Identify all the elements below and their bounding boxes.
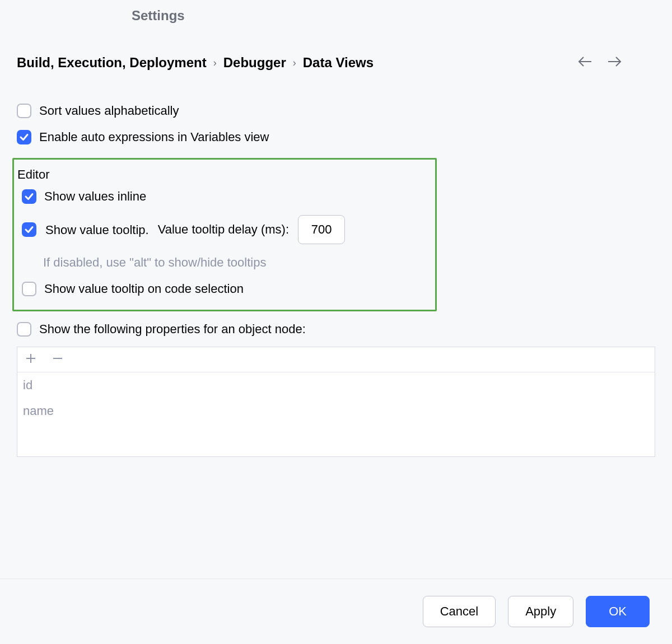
breadcrumb: Build, Execution, Deployment › Debugger … (17, 55, 374, 71)
show-object-properties-checkbox[interactable] (17, 322, 31, 337)
apply-button[interactable]: Apply (508, 596, 573, 627)
tooltip-delay-label: Value tooltip delay (ms): (158, 222, 289, 237)
breadcrumb-leaf: Data Views (303, 55, 374, 71)
remove-property-button[interactable] (52, 353, 63, 366)
dialog-title: Settings (132, 8, 185, 23)
forward-arrow-icon[interactable] (607, 56, 622, 69)
title-bar: Settings (0, 0, 672, 28)
auto-expressions-checkbox[interactable] (17, 130, 31, 144)
tooltip-on-selection-checkbox[interactable] (22, 282, 36, 296)
show-values-inline-label: Show values inline (44, 189, 146, 204)
add-property-button[interactable] (25, 353, 36, 366)
tooltip-hint: If disabled, use "alt" to show/hide tool… (17, 250, 430, 276)
editor-section-label: Editor (17, 167, 430, 183)
breadcrumb-root[interactable]: Build, Execution, Deployment (17, 55, 207, 71)
chevron-right-icon: › (213, 57, 217, 69)
show-value-tooltip-label: Show value tooltip. (45, 222, 149, 237)
chevron-right-icon: › (293, 57, 296, 69)
property-list-body: id name (17, 372, 655, 456)
list-item[interactable]: name (17, 398, 655, 424)
sort-alphabetically-label: Sort values alphabetically (39, 103, 179, 118)
tooltip-on-selection-label: Show value tooltip on code selection (44, 281, 244, 296)
back-arrow-icon[interactable] (578, 56, 592, 69)
auto-expressions-label: Enable auto expressions in Variables vie… (39, 129, 269, 144)
sort-alphabetically-checkbox[interactable] (17, 104, 31, 118)
tooltip-delay-input[interactable] (298, 215, 345, 244)
show-values-inline-checkbox[interactable] (22, 189, 36, 204)
editor-section-highlight: Editor Show values inline Show value too… (12, 158, 437, 311)
breadcrumb-mid[interactable]: Debugger (223, 55, 286, 71)
object-properties-list: id name (17, 347, 655, 457)
show-object-properties-label: Show the following properties for an obj… (39, 321, 306, 337)
cancel-button[interactable]: Cancel (423, 596, 496, 627)
ok-button[interactable]: OK (586, 596, 650, 627)
dialog-footer: Cancel Apply OK (0, 578, 672, 644)
show-value-tooltip-checkbox[interactable] (22, 222, 36, 237)
list-item[interactable]: id (17, 372, 655, 398)
